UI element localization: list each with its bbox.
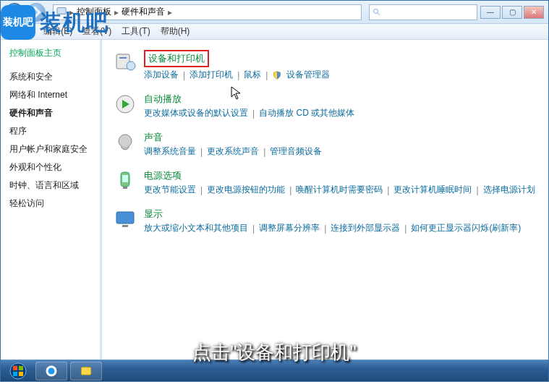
link-separator: | bbox=[404, 223, 407, 234]
category-title[interactable]: 设备和打印机 bbox=[144, 50, 209, 67]
breadcrumb-2[interactable]: 硬件和声音 bbox=[122, 6, 165, 18]
svg-point-8 bbox=[119, 135, 132, 148]
breadcrumb-1[interactable]: 控制面板 bbox=[77, 6, 111, 18]
link-separator: | bbox=[387, 185, 389, 195]
sidebar-item[interactable]: 用户帐户和家庭安全 bbox=[9, 140, 100, 158]
category-title[interactable]: 自动播放 bbox=[144, 93, 182, 104]
sidebar-home[interactable]: 控制面板主页 bbox=[9, 47, 100, 59]
search-icon bbox=[373, 8, 381, 17]
category-icon bbox=[114, 93, 137, 116]
category-row: 电源选项更改节能设置|更改电源按钮的功能|唤醒计算机时需要密码|更改计算机睡眠时… bbox=[114, 169, 537, 196]
sidebar-item[interactable]: 程序 bbox=[9, 122, 100, 140]
link-separator: | bbox=[263, 147, 265, 157]
category-title[interactable]: 声音 bbox=[144, 132, 163, 142]
svg-point-1 bbox=[374, 9, 378, 13]
nav-back-button[interactable] bbox=[5, 3, 24, 22]
svg-rect-13 bbox=[122, 225, 128, 227]
window-controls: — ▢ ✕ bbox=[480, 6, 544, 19]
menu-view[interactable]: 查看(V) bbox=[82, 25, 111, 38]
category-title[interactable]: 显示 bbox=[144, 208, 163, 219]
menu-file[interactable]: 文件(F) bbox=[5, 25, 33, 38]
start-button[interactable] bbox=[4, 361, 33, 381]
task-link[interactable]: 如何更正显示器闪烁(刷新率) bbox=[411, 222, 521, 234]
task-link[interactable]: 调整屏幕分辨率 bbox=[259, 222, 320, 234]
svg-rect-16 bbox=[19, 366, 23, 370]
menu-bar: 文件(F) 编辑(E) 查看(V) 工具(T) 帮助(H) bbox=[1, 24, 548, 40]
sidebar-item[interactable]: 轻松访问 bbox=[9, 195, 100, 213]
breadcrumb-separator: ▸ bbox=[69, 7, 74, 17]
task-link[interactable]: 更改媒体或设备的默认设置 bbox=[144, 107, 248, 119]
breadcrumb-icon bbox=[56, 6, 67, 18]
svg-rect-17 bbox=[13, 372, 17, 376]
category-row: 自动播放更改媒体或设备的默认设置|自动播放 CD 或其他媒体 bbox=[114, 93, 537, 119]
task-link[interactable]: 更改电源按钮的功能 bbox=[207, 184, 285, 196]
svg-point-14 bbox=[10, 363, 26, 379]
svg-rect-21 bbox=[81, 367, 91, 375]
minimize-button[interactable]: — bbox=[480, 6, 501, 19]
search-input[interactable] bbox=[369, 4, 477, 20]
svg-rect-18 bbox=[19, 372, 23, 376]
taskbar bbox=[1, 359, 548, 381]
category-icon bbox=[114, 131, 137, 154]
sidebar: 控制面板主页 系统和安全网络和 Internet硬件和声音程序用户帐户和家庭安全… bbox=[1, 40, 102, 381]
svg-rect-10 bbox=[122, 175, 128, 182]
svg-line-2 bbox=[378, 12, 380, 14]
content-area: 设备和打印机添加设备|添加打印机|鼠标|设备管理器自动播放更改媒体或设备的默认设… bbox=[102, 40, 548, 381]
svg-rect-4 bbox=[119, 57, 127, 59]
svg-point-20 bbox=[48, 367, 55, 374]
task-link[interactable]: 鼠标 bbox=[244, 69, 261, 81]
shield-icon bbox=[272, 70, 282, 80]
svg-rect-0 bbox=[57, 8, 66, 14]
address-bar[interactable]: ▸ 控制面板 ▸ 硬件和声音 ▸ bbox=[53, 4, 362, 20]
maximize-button[interactable]: ▢ bbox=[502, 6, 522, 19]
category-icon bbox=[114, 50, 137, 73]
task-link[interactable]: 添加设备 bbox=[144, 69, 179, 81]
task-link[interactable]: 连接到外部显示器 bbox=[331, 222, 400, 234]
link-separator: | bbox=[200, 185, 203, 195]
titlebar: ▸ 控制面板 ▸ 硬件和声音 ▸ — ▢ ✕ bbox=[1, 1, 548, 24]
svg-rect-12 bbox=[116, 212, 134, 223]
task-link[interactable]: 更改系统声音 bbox=[207, 145, 259, 158]
task-link[interactable]: 管理音频设备 bbox=[270, 145, 322, 158]
link-separator: | bbox=[252, 223, 255, 234]
sidebar-item[interactable]: 系统和安全 bbox=[9, 68, 100, 86]
task-link[interactable]: 自动播放 CD 或其他媒体 bbox=[259, 107, 354, 119]
taskbar-app-1[interactable] bbox=[35, 362, 67, 380]
sidebar-item[interactable]: 外观和个性化 bbox=[9, 158, 100, 176]
sidebar-item[interactable]: 时钟、语言和区域 bbox=[9, 176, 100, 195]
close-button[interactable]: ✕ bbox=[524, 6, 544, 19]
category-icon bbox=[114, 169, 137, 192]
svg-rect-15 bbox=[13, 366, 17, 370]
task-link[interactable]: 放大或缩小文本和其他项目 bbox=[144, 222, 248, 234]
link-separator: | bbox=[252, 108, 255, 119]
sidebar-item[interactable]: 网络和 Internet bbox=[9, 86, 100, 104]
breadcrumb-separator: ▸ bbox=[168, 7, 172, 17]
link-separator: | bbox=[200, 147, 203, 157]
category-row: 显示放大或缩小文本和其他项目|调整屏幕分辨率|连接到外部显示器|如何更正显示器闪… bbox=[114, 208, 537, 234]
taskbar-app-2[interactable] bbox=[70, 362, 102, 380]
menu-tools[interactable]: 工具(T) bbox=[122, 25, 150, 38]
task-link[interactable]: 选择电源计划 bbox=[483, 184, 535, 196]
link-separator: | bbox=[183, 70, 185, 80]
svg-point-5 bbox=[127, 61, 135, 70]
menu-edit[interactable]: 编辑(E) bbox=[43, 25, 72, 38]
category-icon bbox=[114, 208, 137, 231]
svg-rect-11 bbox=[123, 187, 127, 189]
nav-forward-button[interactable] bbox=[27, 3, 46, 22]
task-link[interactable]: 唤醒计算机时需要密码 bbox=[296, 184, 383, 196]
task-link[interactable]: 调整系统音量 bbox=[144, 145, 196, 158]
task-link[interactable]: 添加打印机 bbox=[190, 69, 233, 81]
link-separator: | bbox=[265, 70, 268, 80]
category-row: 声音调整系统音量|更改系统声音|管理音频设备 bbox=[114, 131, 537, 158]
breadcrumb-separator: ▸ bbox=[114, 7, 119, 17]
task-link[interactable]: 更改计算机睡眠时间 bbox=[393, 184, 472, 196]
link-separator: | bbox=[476, 185, 478, 195]
task-link[interactable]: 设备管理器 bbox=[286, 69, 330, 81]
task-link[interactable]: 更改节能设置 bbox=[144, 184, 196, 196]
category-title[interactable]: 电源选项 bbox=[144, 170, 182, 181]
sidebar-item[interactable]: 硬件和声音 bbox=[9, 104, 100, 122]
link-separator: | bbox=[237, 70, 239, 80]
menu-help[interactable]: 帮助(H) bbox=[161, 25, 190, 38]
link-separator: | bbox=[289, 185, 291, 195]
link-separator: | bbox=[324, 223, 326, 234]
